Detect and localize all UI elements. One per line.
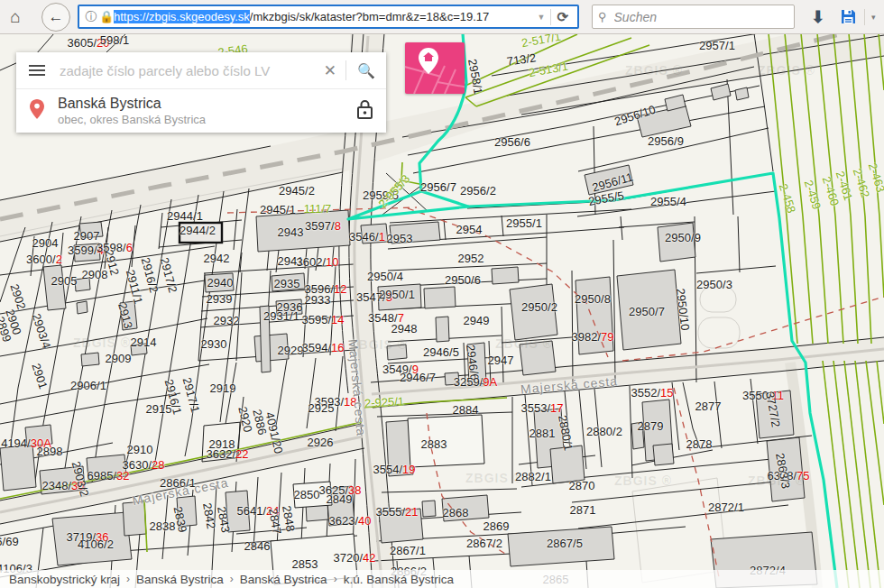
location-detail: obec, okres Banská Bystrica <box>58 113 344 126</box>
lock-icon[interactable] <box>344 99 386 123</box>
location-name: Banská Bystrica <box>58 96 344 112</box>
floppy-icon <box>840 8 857 25</box>
parcel-search-input[interactable] <box>58 62 315 79</box>
parcel-search-row: ✕ 🔍 <box>16 52 386 89</box>
url-input[interactable]: https://zbgis.skgeodesy.sk/mkzbgis/sk/ka… <box>114 10 532 23</box>
breadcrumb-item[interactable]: Banská Bystrica <box>240 573 327 586</box>
page-info-icon[interactable]: ⓘ <box>83 9 99 25</box>
reload-icon[interactable]: ⟳ <box>551 9 574 25</box>
url-bar[interactable]: ⓘ 🔒 https://zbgis.skgeodesy.sk/mkzbgis/s… <box>78 5 579 29</box>
back-icon[interactable]: ← <box>41 3 70 32</box>
clear-search-icon[interactable]: ✕ <box>315 61 345 80</box>
search-panel: ✕ 🔍 Banská Bystrica obec, okres Banská B… <box>16 52 386 133</box>
search-submit-icon[interactable]: 🔍 <box>346 62 386 79</box>
save-menu-caret[interactable]: ▾ <box>864 9 876 25</box>
building-2944-2 <box>180 223 222 243</box>
location-pin-icon <box>16 99 58 124</box>
locator-pin-icon <box>419 48 438 74</box>
search-icon: ⚲ <box>598 10 607 23</box>
breadcrumb-separator: › <box>334 573 337 585</box>
browser-search-input[interactable] <box>612 9 769 25</box>
menu-icon[interactable] <box>16 65 58 76</box>
home-icon[interactable]: ⌂ <box>0 4 31 31</box>
breadcrumb: Banskobystrický kraj›Banská Bystrica›Ban… <box>0 570 884 588</box>
browser-toolbar: ⌂ ← ⓘ 🔒 https://zbgis.skgeodesy.sk/mkzbg… <box>0 0 884 34</box>
browser-search[interactable]: ⚲ <box>592 5 795 29</box>
breadcrumb-item[interactable]: Banskobystrický kraj <box>9 573 120 586</box>
url-dropdown-icon[interactable]: ▼ <box>532 13 551 22</box>
breadcrumb-item[interactable]: k.ú. Banská Bystrica <box>344 573 454 586</box>
breadcrumb-separator: › <box>126 573 130 585</box>
breadcrumb-item[interactable]: Banská Bystrica <box>136 573 224 586</box>
https-lock-icon[interactable]: 🔒 <box>99 10 114 23</box>
save-icon[interactable] <box>839 9 857 25</box>
downloads-icon[interactable]: ⬇ <box>811 7 824 27</box>
breadcrumb-separator: › <box>230 573 234 585</box>
location-result-item[interactable]: Banská Bystrica obec, okres Banská Bystr… <box>16 89 386 133</box>
map-preview-button[interactable] <box>405 42 465 94</box>
